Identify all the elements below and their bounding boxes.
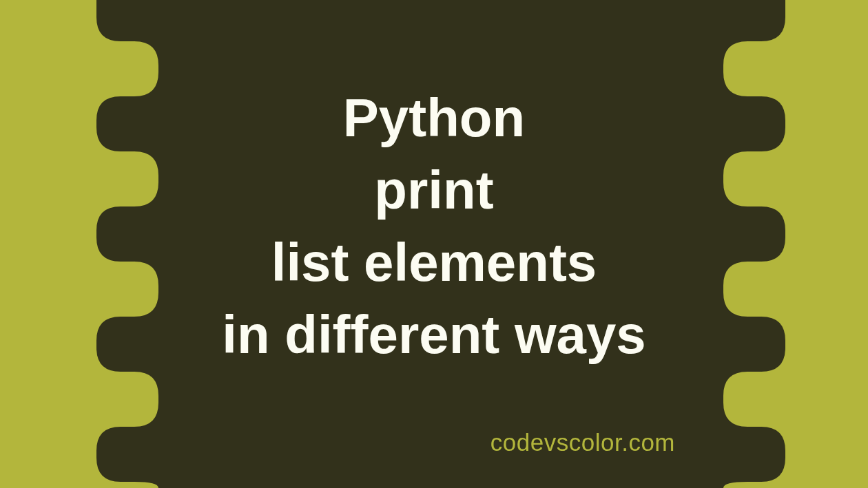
title-line-2: print [222, 154, 645, 226]
title-line-3: list elements [222, 226, 645, 299]
title-banner: Python print list elements in different … [222, 82, 645, 372]
attribution-text: codevscolor.com [490, 429, 675, 456]
title-line-4: in different ways [222, 299, 645, 372]
title-line-1: Python [222, 82, 645, 154]
